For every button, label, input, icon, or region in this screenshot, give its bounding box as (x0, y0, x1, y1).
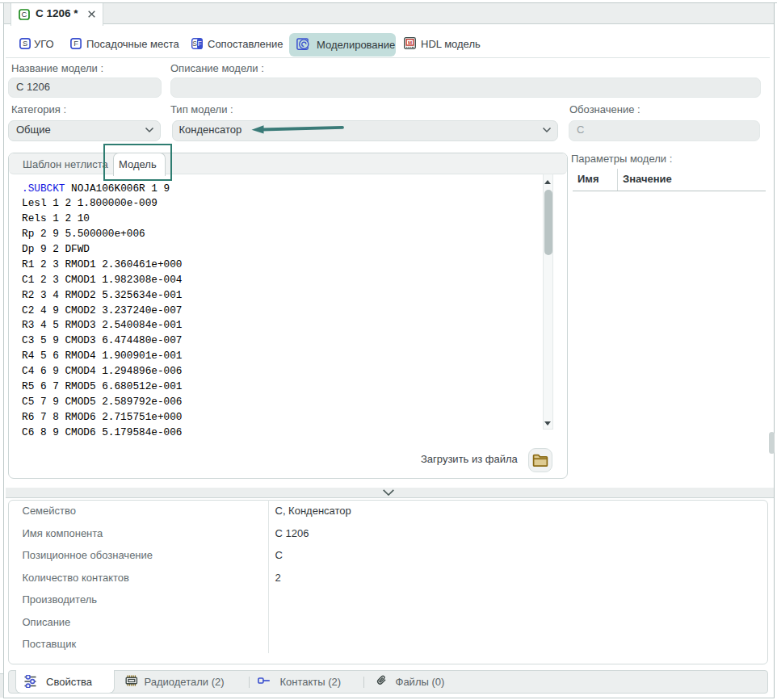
svg-text:S: S (192, 40, 197, 48)
svg-text:S: S (23, 40, 27, 48)
svg-text:M: M (408, 40, 412, 45)
svg-text:F: F (74, 40, 78, 48)
svg-text:F: F (198, 40, 202, 48)
svg-text:C: C (22, 10, 27, 19)
